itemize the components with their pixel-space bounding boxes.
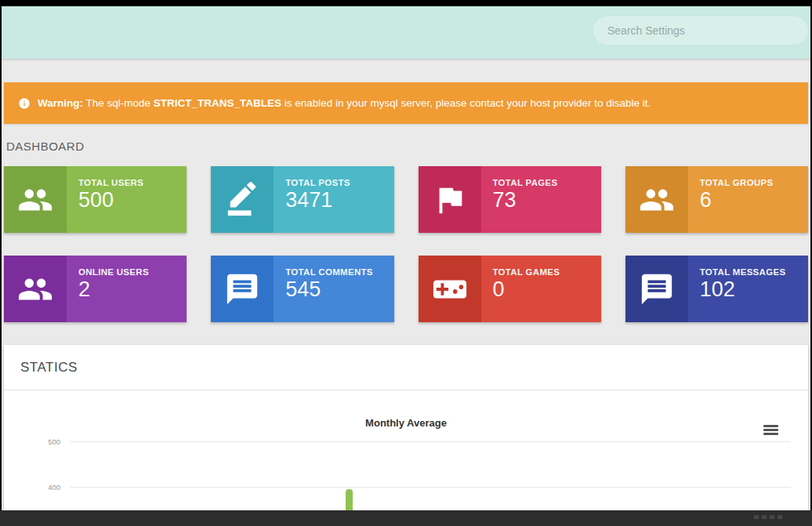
flag-icon: [432, 182, 468, 218]
card-total-users[interactable]: TOTAL USERS 500: [4, 166, 187, 233]
card-total-comments[interactable]: TOTAL COMMENTS 545: [211, 256, 393, 322]
search-box[interactable]: [593, 16, 808, 45]
gridline-400: [70, 487, 791, 488]
card-label: ONLINE USERS: [78, 267, 149, 277]
card-label: TOTAL GAMES: [493, 267, 560, 277]
card-label: TOTAL COMMENTS: [285, 267, 373, 277]
card-value: 0: [493, 278, 560, 302]
card-total-posts[interactable]: TOTAL POSTS 3471: [211, 166, 393, 233]
card-label: TOTAL PAGES: [493, 178, 558, 187]
statics-title: STATICS: [20, 360, 78, 375]
card-text: TOTAL COMMENTS 545: [274, 256, 373, 322]
card-text: TOTAL GROUPS 6: [688, 166, 774, 233]
message-icon: [639, 271, 675, 307]
card-icon-box: [625, 166, 688, 233]
edit-icon: [224, 182, 260, 218]
card-online-users[interactable]: ONLINE USERS 2: [4, 256, 187, 322]
top-bar: [2, 6, 810, 59]
hamburger-icon[interactable]: [763, 425, 778, 435]
comment-icon: [224, 271, 260, 307]
info-icon: [18, 97, 31, 110]
card-total-games[interactable]: TOTAL GAMES 0: [419, 256, 601, 322]
card-icon-box: [211, 256, 274, 322]
card-value: 500: [78, 188, 143, 212]
warning-text: The sql-mode: [83, 97, 154, 109]
card-text: TOTAL PAGES 73: [481, 166, 558, 233]
card-label: TOTAL POSTS: [285, 178, 350, 187]
card-value: 3471: [285, 188, 350, 212]
card-text: TOTAL POSTS 3471: [274, 166, 350, 233]
statics-panel: STATICS Monthly Average 500 400: [4, 345, 808, 526]
taskbar: [0, 510, 812, 526]
card-icon-box: [419, 256, 481, 322]
card-icon-box: [211, 166, 274, 233]
card-icon-box: [419, 166, 481, 233]
search-input[interactable]: [593, 16, 808, 45]
ytick-500: 500: [4, 437, 60, 446]
card-icon-box: [4, 256, 67, 322]
card-value: 545: [285, 278, 373, 302]
warning-bold-prefix: Warning:: [38, 97, 83, 109]
page-title: DASHBOARD: [6, 140, 810, 154]
warning-sql-mode: STRICT_TRANS_TABLES: [154, 97, 281, 109]
warning-text-tail: is enabled in your mysql server, please …: [281, 97, 651, 109]
card-total-messages[interactable]: TOTAL MESSAGES 102: [625, 256, 808, 322]
card-text: ONLINE USERS 2: [67, 256, 149, 322]
card-text: TOTAL USERS 500: [67, 166, 143, 233]
card-total-pages[interactable]: TOTAL PAGES 73: [419, 166, 601, 233]
card-value: 2: [78, 278, 149, 302]
card-value: 6: [700, 188, 774, 212]
gamepad-icon: [432, 271, 468, 307]
taskbar-faint-marks: [754, 515, 782, 519]
card-value: 102: [700, 278, 786, 302]
people-icon: [17, 182, 53, 218]
statics-panel-header: STATICS: [4, 345, 808, 390]
gridline-500: [70, 441, 791, 442]
people-icon: [17, 271, 53, 307]
warning-banner: Warning: The sql-mode STRICT_TRANS_TABLE…: [4, 82, 808, 124]
monthly-average-chart: Monthly Average 500 400: [4, 390, 808, 526]
card-text: TOTAL GAMES 0: [481, 256, 560, 322]
card-icon-box: [625, 256, 688, 322]
card-label: TOTAL USERS: [78, 178, 143, 187]
card-icon-box: [4, 166, 67, 233]
card-value: 73: [493, 188, 558, 212]
chart-title: Monthly Average: [4, 390, 808, 429]
card-label: TOTAL MESSAGES: [700, 267, 786, 277]
card-total-groups[interactable]: TOTAL GROUPS 6: [625, 166, 808, 233]
people-icon: [639, 182, 675, 218]
app-window: Warning: The sql-mode STRICT_TRANS_TABLE…: [2, 6, 810, 526]
card-label: TOTAL GROUPS: [700, 178, 774, 187]
ytick-400: 400: [4, 483, 60, 492]
card-text: TOTAL MESSAGES 102: [688, 256, 786, 322]
stat-cards-grid: TOTAL USERS 500 TOTAL POSTS 3471 TOTAL P…: [4, 166, 808, 322]
